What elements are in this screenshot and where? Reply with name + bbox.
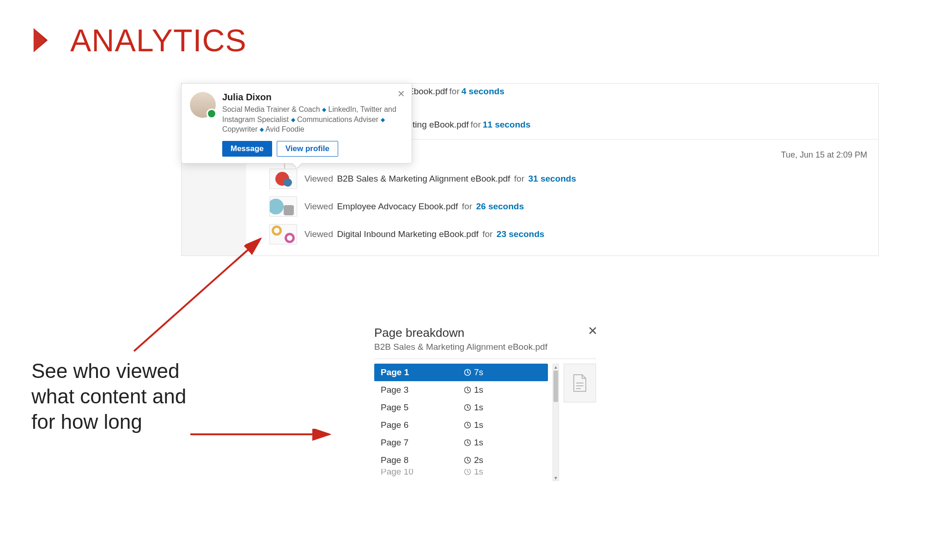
view-profile-button[interactable]: View profile bbox=[277, 141, 338, 157]
clock-icon bbox=[464, 439, 471, 446]
scroll-thumb[interactable] bbox=[553, 371, 558, 402]
doc-name: Digital Inbound Marketing eBook.pdf bbox=[337, 229, 478, 239]
breakdown-list: Page 1 7s Page 3 1s Page 5 1s Page 6 1s … bbox=[374, 364, 548, 481]
document-preview-thumbnail[interactable] bbox=[564, 364, 596, 402]
slide-title-text: ANALYTICS bbox=[70, 22, 247, 58]
breakdown-row[interactable]: Page 5 1s bbox=[374, 399, 548, 416]
breakdown-row[interactable]: Page 1 7s bbox=[374, 364, 548, 381]
document-thumbnail[interactable] bbox=[269, 196, 297, 217]
avatar[interactable] bbox=[190, 92, 216, 118]
clock-icon bbox=[464, 469, 471, 475]
clock-icon bbox=[464, 421, 471, 429]
breakdown-row[interactable]: Page 8 2s bbox=[374, 451, 548, 469]
doc-name-fragment: keting eBook.pdf bbox=[403, 120, 469, 130]
duration-link[interactable]: 23 seconds bbox=[497, 229, 545, 239]
profile-name[interactable]: Julia Dixon bbox=[222, 92, 403, 103]
hovercard-pointer bbox=[292, 163, 302, 168]
arrow-icon bbox=[190, 427, 334, 441]
clock-icon bbox=[464, 404, 471, 411]
clock-icon bbox=[464, 457, 471, 464]
breakdown-title: Page breakdown bbox=[374, 326, 596, 340]
svg-marker-1 bbox=[34, 28, 46, 52]
svg-line-3 bbox=[134, 240, 259, 351]
clock-icon bbox=[464, 386, 471, 394]
duration-link[interactable]: 11 seconds bbox=[483, 120, 531, 130]
chevron-right-icon bbox=[30, 28, 52, 52]
duration-link[interactable]: 26 seconds bbox=[476, 201, 524, 211]
divider bbox=[374, 359, 596, 359]
message-button[interactable]: Message bbox=[222, 141, 272, 157]
close-icon[interactable]: ✕ bbox=[397, 88, 405, 99]
doc-name: B2B Sales & Marketing Alignment eBook.pd… bbox=[337, 174, 510, 183]
breakdown-subtitle: B2B Sales & Marketing Alignment eBook.pd… bbox=[374, 342, 596, 352]
breakdown-row[interactable]: Page 3 1s bbox=[374, 381, 548, 399]
callout-text: See who viewed what content and for how … bbox=[31, 358, 198, 434]
duration-link[interactable]: 4 seconds bbox=[462, 86, 504, 97]
clock-icon bbox=[464, 369, 471, 376]
scroll-up-icon[interactable]: ▲ bbox=[553, 364, 559, 370]
page-breakdown-panel: ✕ Page breakdown B2B Sales & Marketing A… bbox=[374, 326, 596, 481]
view-row[interactable]: Viewed Employee Advocacy Ebook.pdf for 2… bbox=[246, 193, 878, 220]
duration-link[interactable]: 31 seconds bbox=[528, 174, 576, 183]
close-icon[interactable]: ✕ bbox=[588, 324, 598, 338]
arrow-icon bbox=[125, 231, 268, 360]
profile-headline: Social Media Trainer & Coach ◆ LinkedIn,… bbox=[222, 104, 403, 134]
timestamp: Tue, Jun 15 at 2:09 PM bbox=[781, 150, 867, 160]
view-row[interactable]: Viewed Digital Inbound Marketing eBook.p… bbox=[246, 220, 878, 256]
scrollbar[interactable]: ▲ ▼ bbox=[553, 364, 559, 481]
scroll-down-icon[interactable]: ▼ bbox=[553, 475, 559, 481]
document-icon bbox=[572, 374, 588, 392]
doc-name: Employee Advocacy Ebook.pdf bbox=[337, 201, 458, 211]
profile-hover-card: ✕ Julia Dixon Social Media Trainer & Coa… bbox=[181, 83, 412, 164]
breakdown-row[interactable]: Page 10 1s bbox=[374, 469, 548, 478]
document-thumbnail[interactable] bbox=[269, 224, 297, 244]
breakdown-row[interactable]: Page 7 1s bbox=[374, 434, 548, 451]
document-thumbnail[interactable] bbox=[269, 169, 297, 189]
breakdown-row[interactable]: Page 6 1s bbox=[374, 416, 548, 434]
slide-title: ANALYTICS bbox=[30, 22, 247, 58]
doc-name-fragment: Ebook.pdf bbox=[408, 86, 448, 97]
view-row[interactable]: Viewed B2B Sales & Marketing Alignment e… bbox=[246, 165, 878, 193]
